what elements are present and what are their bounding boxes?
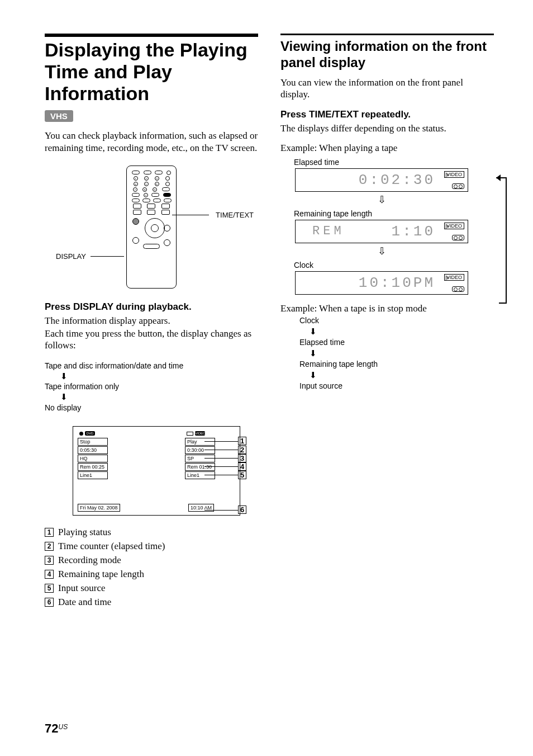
timetext-label: TIME/TEXT [216, 211, 254, 219]
section-title: Viewing information on the front panel d… [280, 39, 494, 71]
legend-text: Input source [58, 583, 106, 594]
cycle-item: Tape and disc information/date and time [45, 361, 183, 370]
cycle-item: Remaining tape length [299, 360, 378, 368]
press-timetext-heading: Press TIME/TEXT repeatedly. [280, 109, 494, 120]
cycle-item: Input source [299, 381, 342, 390]
vid-status: Play [185, 438, 215, 446]
press-timetext-body: The displays differ depending on the sta… [280, 122, 494, 134]
press-display-heading: Press DISPLAY during playback. [45, 301, 258, 313]
callout-2: 2 [238, 446, 246, 454]
display-label: DISPLAY [56, 252, 86, 261]
cycle-item: No display [45, 403, 81, 412]
lcd-label-elapsed: Elapsed time [294, 158, 494, 167]
remote-diagram: DISPLAY 123 456 789 0 TIME/TEXT [45, 163, 258, 291]
legend-text: Recording mode [58, 555, 121, 566]
legend-text: Date and time [58, 597, 111, 608]
down-arrow-icon: ⬇ [310, 326, 494, 337]
legend-num: 4 [45, 570, 54, 579]
down-arrow-icon: ⬇ [310, 348, 494, 359]
vhs-badge: VHS [45, 110, 73, 122]
example1-label: Example: When playing a tape [280, 142, 494, 154]
dvd-rem: Rem 00:25 [78, 463, 108, 471]
video-tag: VIDEO [444, 171, 464, 178]
cassette-icon [452, 286, 464, 292]
lcd-prefix: REM [312, 224, 345, 238]
lcd-remaining: REM 1:10 VIDEO [295, 220, 468, 243]
section-intro: You can view the information on the fron… [280, 77, 494, 101]
legend-num: 5 [45, 584, 54, 593]
page-number: 72US [45, 721, 68, 736]
down-arrow-icon: ⬇ [60, 371, 258, 382]
lcd-value: 10:10PM [359, 275, 435, 291]
cycle-item: Clock [299, 316, 319, 325]
video-tag: VIDEO [444, 223, 464, 229]
callout-5: 5 [238, 471, 246, 479]
osd-screenshot: DVD VIDEO Stop 0:05:30 HQ Rem 00:25 Line… [73, 426, 240, 516]
dvd-line: Line1 [78, 471, 108, 479]
loop-arrow-icon [491, 173, 507, 308]
press-body-1: The information display appears. [45, 315, 258, 327]
lcd-value: 1:10 [392, 223, 435, 240]
lcd-label-remaining: Remaining tape length [294, 209, 494, 218]
legend-list: 1Playing status 2Time counter (elapsed t… [45, 527, 258, 608]
callout-6: 6 [238, 505, 246, 514]
legend-num: 1 [45, 528, 54, 537]
cassette-icon [452, 235, 464, 240]
page-num: 72 [45, 721, 58, 735]
vid-line: Line1 [185, 471, 215, 479]
rule [45, 34, 258, 37]
rule [280, 34, 494, 35]
dvd-status: Stop [78, 438, 108, 446]
down-arrow-icon: ⇩ [295, 193, 468, 206]
page-title: Displaying the Playing Time and Play Inf… [45, 39, 258, 105]
down-arrow-icon: ⇩ [295, 245, 468, 257]
legend-text: Remaining tape length [58, 569, 144, 580]
callout-3: 3 [238, 454, 246, 462]
cycle-item: Tape information only [45, 382, 119, 391]
video-tag: VIDEO [444, 274, 464, 281]
cassette-icon [452, 183, 464, 189]
legend-num: 2 [45, 542, 54, 551]
cycle-item: Elapsed time [299, 338, 345, 347]
example2-label: Example: When a tape is in stop mode [280, 303, 494, 314]
legend-text: Time counter (elapsed time) [58, 541, 165, 552]
legend-num: 6 [45, 598, 54, 607]
leader-line [172, 215, 209, 215]
leader-line [91, 256, 124, 257]
vid-rem: Rem 01:30 [185, 463, 215, 471]
lcd-clock: 10:10PM VIDEO [295, 271, 468, 295]
vid-mode: SP [185, 455, 215, 462]
remote-outline: 123 456 789 0 [126, 166, 177, 289]
stop-mode-cycle: Clock ⬇ Elapsed time ⬇ Remaining tape le… [299, 315, 494, 391]
display-cycle-list: Tape and disc information/date and time … [45, 361, 258, 413]
lcd-label-clock: Clock [294, 261, 494, 270]
osd-date: Fri May 02. 2008 [78, 504, 120, 512]
page-suffix: US [58, 723, 68, 731]
callout-1: 1 [238, 437, 246, 445]
down-arrow-icon: ⬇ [60, 391, 258, 403]
legend-text: Playing status [58, 527, 111, 538]
down-arrow-icon: ⬇ [310, 370, 494, 381]
legend-num: 3 [45, 556, 54, 565]
intro-text: You can check playback information, such… [45, 130, 258, 154]
dvd-mode: HQ [78, 455, 108, 462]
press-body-2: Each time you press the button, the disp… [45, 328, 258, 352]
vid-time: 0:30:00 [185, 446, 215, 454]
callout-4: 4 [238, 462, 246, 471]
lcd-value: 0:02:30 [359, 172, 435, 188]
lcd-elapsed: 0:02:30 VIDEO [295, 168, 468, 192]
dvd-time: 0:05:30 [78, 446, 108, 454]
